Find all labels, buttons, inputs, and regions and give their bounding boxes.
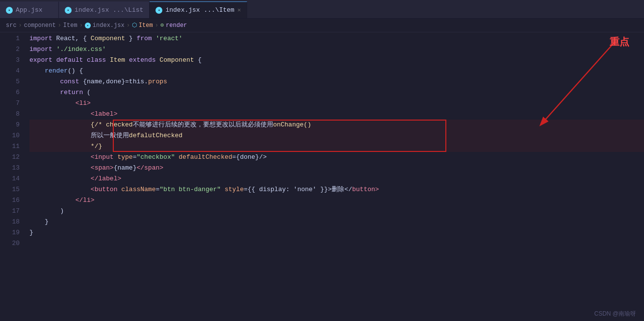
tab-index-list[interactable]: ✦ index.jsx ...\List: [59, 1, 150, 18]
line-number-17: 17: [0, 206, 20, 217]
code-line-7: <li>: [29, 98, 644, 109]
tab-index-item[interactable]: ✦ index.jsx ...\Item ✕: [150, 1, 247, 18]
line-number-4: 4: [0, 66, 20, 76]
code-line-14: </label>: [29, 173, 644, 184]
line-number-8: 8: [0, 109, 20, 120]
editor: 1234567891011121314151617181920 import R…: [0, 32, 644, 321]
code-line-8: <label>: [29, 109, 644, 120]
code-line-2: import './index.css': [29, 44, 644, 55]
tab-item-label: index.jsx ...\Item: [165, 6, 234, 14]
line-number-20: 20: [0, 238, 20, 249]
line-number-6: 6: [0, 87, 20, 98]
line-number-19: 19: [0, 227, 20, 238]
code-line-11: */}: [29, 141, 644, 152]
code-line-6: return (: [29, 87, 644, 98]
breadcrumb: src › component › Item › ✦ index.jsx › ⬡…: [0, 19, 644, 32]
code-line-19: }: [29, 227, 644, 238]
line-number-10: 10: [0, 130, 20, 141]
code-line-5: const {name,done}=this.props: [29, 76, 644, 87]
line-number-15: 15: [0, 184, 20, 195]
code-line-16: </li>: [29, 195, 644, 206]
bc-component-icon: ⬡: [132, 22, 137, 29]
bc-func-icon: ⊙: [160, 22, 164, 29]
line-numbers: 1234567891011121314151617181920: [0, 32, 25, 321]
code-line-1: import React, { Component } from 'react': [29, 33, 644, 44]
line-number-3: 3: [0, 55, 20, 66]
line-number-11: 11: [0, 141, 20, 152]
line-number-7: 7: [0, 98, 20, 109]
line-number-12: 12: [0, 152, 20, 163]
line-number-18: 18: [0, 217, 20, 227]
annotation-label: 重点: [610, 35, 629, 49]
code-line-17: ): [29, 206, 644, 217]
tab-close-button[interactable]: ✕: [237, 6, 241, 14]
code-line-12: <input type="checkbox" defaultChecked={d…: [29, 152, 644, 163]
code-line-18: }: [29, 217, 644, 227]
tab-app[interactable]: ✦ App.jsx: [0, 1, 59, 18]
line-number-14: 14: [0, 173, 20, 184]
footer-label: CSDN @南瑜呀: [594, 310, 636, 318]
tab-bar: ✦ App.jsx ✦ index.jsx ...\List ✦ index.j…: [0, 0, 644, 19]
react-icon-app: ✦: [6, 7, 13, 14]
tab-app-label: App.jsx: [16, 6, 43, 14]
react-icon-list: ✦: [65, 7, 72, 14]
line-number-1: 1: [0, 33, 20, 44]
line-number-13: 13: [0, 163, 20, 173]
line-number-16: 16: [0, 195, 20, 206]
line-number-2: 2: [0, 44, 20, 55]
code-line-10: 所以一般使用defalutChecked: [29, 130, 644, 141]
code-line-4: render() {: [29, 66, 644, 76]
code-line-20: [29, 238, 644, 249]
code-line-3: export default class Item extends Compon…: [29, 55, 644, 66]
code-line-15: <button className="btn btn-danger" style…: [29, 184, 644, 195]
line-number-5: 5: [0, 76, 20, 87]
code-line-13: <span>{name}</span>: [29, 163, 644, 173]
code-area: import React, { Component } from 'react'…: [25, 32, 644, 321]
code-line-9: {/* checked不能够进行后续的更改，要想更改以后就必须使用onChang…: [29, 120, 644, 130]
react-icon-item: ✦: [155, 7, 162, 14]
bc-react-icon: ✦: [85, 23, 91, 28]
tab-list-label: index.jsx ...\List: [75, 6, 143, 14]
line-number-9: 9: [0, 120, 20, 130]
